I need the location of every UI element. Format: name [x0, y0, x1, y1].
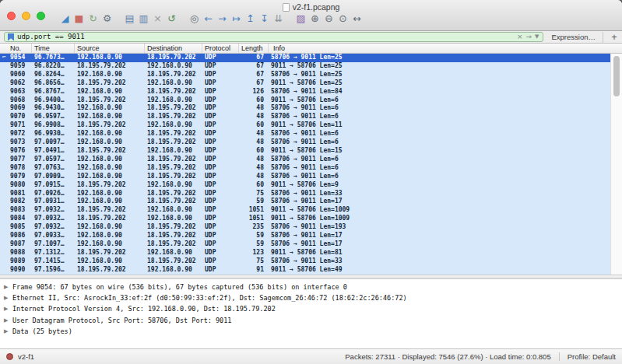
column-header-dst[interactable]: Destination — [145, 44, 202, 53]
go-back-icon[interactable]: ← — [202, 10, 214, 27]
packet-row[interactable]: 908697.0933…192.168.0.9018.195.79.202UDP… — [0, 232, 610, 240]
cell-no: 9090 — [0, 266, 32, 275]
expand-arrow-icon[interactable]: ▶ — [4, 328, 12, 334]
column-header-len[interactable]: Length — [239, 44, 269, 53]
expand-arrow-icon[interactable]: ▶ — [4, 317, 12, 324]
packet-row[interactable]: 908997.1415…192.168.0.9018.195.79.202UDP… — [0, 257, 610, 266]
packet-row[interactable]: 907096.9597…192.168.0.9018.195.79.202UDP… — [0, 113, 610, 121]
expand-arrow-icon[interactable]: ▶ — [4, 295, 12, 301]
cell-no: 9060 — [0, 71, 32, 79]
packet-row[interactable]: 905996.8220…18.195.79.202192.168.0.90UDP… — [0, 62, 610, 71]
cell-no: 9071 — [0, 121, 32, 130]
colorize-icon[interactable]: ▨ — [295, 10, 307, 27]
expand-arrow-icon[interactable]: ▶ — [4, 306, 12, 312]
cell-proto: UDP — [202, 206, 239, 215]
cell-len: 75 — [239, 190, 269, 198]
expand-arrow-icon[interactable]: ▶ — [4, 284, 12, 290]
detail-text: Internet Protocol Version 4, Src: 192.16… — [12, 305, 276, 313]
auto-scroll-icon[interactable]: ⇊ — [272, 10, 284, 27]
column-header-time[interactable]: Time — [32, 44, 75, 53]
cell-info: 58706 → 9011 Len=6 — [269, 104, 610, 113]
packet-row[interactable]: 905496.7673…192.168.0.9018.195.79.202UDP… — [0, 54, 610, 62]
vertical-scrollbar[interactable] — [610, 54, 622, 275]
detail-row[interactable]: ▶Data (25 bytes) — [0, 326, 622, 337]
cell-time: 96.7673… — [32, 54, 75, 62]
cell-len: 59 — [239, 240, 269, 249]
detail-row[interactable]: ▶Internet Protocol Version 4, Src: 192.1… — [0, 303, 622, 314]
packet-row[interactable]: 909097.1596…18.195.79.202192.168.0.90UDP… — [0, 266, 610, 275]
packet-row[interactable]: 908397.0932…18.195.79.202192.168.0.90UDP… — [0, 206, 610, 215]
packet-row[interactable]: 906396.8767…192.168.0.9018.195.79.202UDP… — [0, 88, 610, 96]
save-file-icon[interactable]: ▥ — [138, 10, 149, 27]
scrollbar-thumb[interactable] — [613, 56, 620, 96]
expert-info-icon[interactable] — [6, 353, 13, 360]
cell-proto: UDP — [202, 232, 239, 240]
cell-time: 96.9597… — [32, 113, 75, 121]
expression-button[interactable]: Expression… — [549, 33, 596, 41]
packet-row[interactable]: 908897.1312…18.195.79.202192.168.0.90UDP… — [0, 249, 610, 257]
find-packet-icon[interactable]: ◎ — [188, 10, 200, 27]
packet-row[interactable]: 907797.0597…192.168.0.9018.195.79.202UDP… — [0, 156, 610, 164]
packet-row[interactable]: 908497.0932…18.195.79.202192.168.0.90UDP… — [0, 215, 610, 223]
detail-row[interactable]: ▶Frame 9054: 67 bytes on wire (536 bits)… — [0, 282, 622, 292]
detail-row[interactable]: ▶Ethernet II, Src: AsrockIn_33:ef:2f (d0… — [0, 292, 622, 303]
display-filter-input[interactable]: udp.port == 9011 — [17, 33, 514, 41]
cell-proto: UDP — [202, 257, 239, 266]
close-file-icon[interactable]: × — [152, 10, 163, 27]
minimize-window-button[interactable] — [22, 12, 30, 20]
filter-bookmark-icon[interactable] — [8, 33, 14, 41]
packet-row[interactable]: 907397.0097…192.168.0.9018.195.79.202UDP… — [0, 138, 610, 147]
profile-label[interactable]: Profile: Default — [559, 352, 616, 361]
go-first-icon[interactable]: ↥ — [244, 10, 256, 27]
go-to-packet-icon[interactable]: ↦ — [230, 10, 242, 27]
close-window-button[interactable] — [7, 12, 16, 20]
go-forward-icon[interactable]: → — [216, 10, 228, 27]
filter-clear-icon[interactable]: × — [517, 33, 523, 40]
zoom-out-icon[interactable]: ⊖ — [323, 10, 335, 27]
filter-dropdown-icon[interactable]: ▼ — [535, 34, 539, 40]
cell-dst: 18.195.79.202 — [145, 88, 202, 96]
column-header-src[interactable]: Source — [75, 44, 145, 53]
zoom-window-button[interactable] — [37, 12, 45, 20]
zoom-normal-icon[interactable]: ⊙ — [337, 10, 349, 27]
traffic-lights — [7, 12, 45, 20]
packet-row[interactable]: 908097.0915…18.195.79.202192.168.0.90UDP… — [0, 181, 610, 190]
packet-row[interactable]: 907296.9930…192.168.0.9018.195.79.202UDP… — [0, 130, 610, 138]
packet-row[interactable]: 906296.8656…18.195.79.202192.168.0.90UDP… — [0, 79, 610, 88]
filter-add-button[interactable]: + — [603, 32, 618, 43]
cell-info: 58706 → 9011 Len=193 — [269, 223, 610, 232]
packet-row[interactable]: 906996.9430…192.168.0.9018.195.79.202UDP… — [0, 104, 610, 113]
column-header-info[interactable]: Info — [269, 44, 622, 53]
cell-proto: UDP — [202, 79, 239, 88]
column-header-proto[interactable]: Protocol — [202, 44, 239, 53]
go-last-icon[interactable]: ↧ — [258, 10, 270, 27]
capture-options-icon[interactable]: ⚙ — [101, 10, 113, 27]
packet-row[interactable]: 907697.0491…18.195.79.202192.168.0.90UDP… — [0, 147, 610, 156]
restart-capture-icon[interactable]: ↻ — [87, 10, 99, 27]
packet-row[interactable]: 908197.0926…192.168.0.9018.195.79.202UDP… — [0, 190, 610, 198]
packet-row[interactable]: 906896.9400…18.195.79.202192.168.0.90UDP… — [0, 96, 610, 105]
column-header-no[interactable]: No. — [0, 44, 32, 53]
packet-row[interactable]: 907897.0763…192.168.0.9018.195.79.202UDP… — [0, 164, 610, 173]
packet-row[interactable]: 908297.0931…192.168.0.9018.195.79.202UDP… — [0, 198, 610, 206]
open-file-icon[interactable]: ▤ — [124, 10, 135, 27]
cell-no: 9077 — [0, 156, 32, 164]
cell-proto: UDP — [202, 215, 239, 223]
packet-row[interactable]: 907196.9908…18.195.79.202192.168.0.90UDP… — [0, 121, 610, 130]
cell-info: 9011 → 58706 Len=1009 — [269, 206, 610, 215]
stop-capture-icon[interactable]: ■ — [73, 10, 85, 27]
start-capture-icon[interactable]: ◢ — [59, 10, 71, 27]
packet-row[interactable]: 906096.8264…192.168.0.9018.195.79.202UDP… — [0, 71, 610, 79]
detail-row[interactable]: ▶User Datagram Protocol, Src Port: 58706… — [0, 315, 622, 326]
packet-row[interactable]: 908597.0932…192.168.0.9018.195.79.202UDP… — [0, 223, 610, 232]
cell-src: 192.168.0.90 — [75, 130, 145, 138]
packet-row[interactable]: 907997.0909…192.168.0.9018.195.79.202UDP… — [0, 173, 610, 181]
resize-columns-icon[interactable]: ↔ — [351, 10, 363, 27]
zoom-in-icon[interactable]: ⊕ — [309, 10, 321, 27]
cell-proto: UDP — [202, 266, 239, 275]
filter-apply-icon[interactable]: → — [526, 33, 532, 40]
cell-info: 58706 → 9011 Len=6 — [269, 156, 610, 164]
display-filter-field[interactable]: udp.port == 9011 × → ▼ — [4, 32, 543, 42]
reload-icon[interactable]: ↺ — [166, 10, 177, 27]
packet-row[interactable]: 908797.1097…192.168.0.9018.195.79.202UDP… — [0, 240, 610, 249]
